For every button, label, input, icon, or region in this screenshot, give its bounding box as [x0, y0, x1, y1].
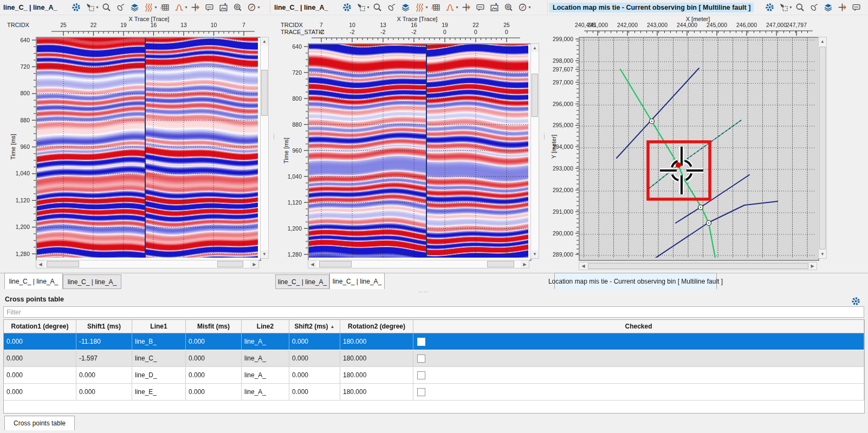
column-header-5[interactable]: Line2 [242, 320, 289, 333]
scroll-arrow-icon[interactable]: ▶ [250, 260, 258, 268]
pointer-position-icon[interactable] [191, 3, 200, 12]
scroll-arrow-icon[interactable]: ▼ [819, 250, 826, 258]
dropdown-arrow-icon[interactable]: ▾ [528, 5, 530, 10]
location-map-panel[interactable] [579, 37, 819, 261]
compass-icon[interactable] [518, 3, 527, 12]
histogram-icon[interactable] [445, 3, 455, 12]
export-image-icon[interactable] [219, 3, 228, 12]
layers-icon[interactable] [130, 3, 139, 12]
annotation-icon[interactable] [205, 3, 214, 12]
column-header-4[interactable]: Misfit (ms) [186, 320, 242, 333]
table-row-3[interactable]: 0.0000.000line_D_0.000line_A_0.000180.00… [4, 367, 864, 384]
cross-point-marker[interactable] [707, 221, 711, 226]
layers-icon[interactable] [824, 3, 833, 12]
column-header-1[interactable]: Rotation1 (degree) [4, 320, 76, 333]
column-header-6[interactable]: Shift2 (ms)▲ [289, 320, 340, 333]
tab-left-2[interactable]: line_C_ | line_A_ [63, 274, 121, 289]
tab-cross-points-table[interactable]: Cross points table [4, 416, 75, 430]
settings-gear-icon[interactable] [765, 3, 774, 12]
select-mode-icon[interactable] [779, 3, 788, 12]
magnify-options-icon[interactable] [504, 3, 513, 12]
scroll-thumb[interactable] [217, 261, 243, 267]
dropdown-arrow-icon[interactable]: ▾ [185, 5, 187, 10]
seismic-section-panel-1[interactable] [36, 37, 261, 261]
dropdown-arrow-icon[interactable]: ▾ [456, 5, 458, 10]
cross-point-marker[interactable] [698, 205, 703, 210]
zoom-icon[interactable] [795, 3, 805, 12]
dropdown-arrow-icon[interactable]: ▾ [425, 5, 427, 10]
scroll-arrow-icon[interactable]: ▲ [819, 37, 826, 45]
scroll-arrow-icon[interactable]: ▲ [261, 37, 268, 45]
export-image-icon[interactable] [490, 3, 499, 12]
scroll-thumb[interactable] [47, 261, 79, 267]
scroll-arrow-icon[interactable]: ◀ [579, 263, 587, 270]
dropdown-arrow-icon[interactable]: ▾ [789, 5, 792, 10]
mouse-control-icon[interactable] [809, 3, 819, 12]
splitter-handle[interactable]: ⋯⋯ [418, 291, 429, 293]
layers-icon[interactable] [401, 3, 410, 12]
annotation-icon[interactable] [476, 3, 485, 12]
observed-line-green[interactable] [620, 69, 715, 258]
scroll-thumb[interactable] [487, 261, 514, 267]
scroll-thumb[interactable] [588, 263, 808, 269]
magnify-options-icon[interactable] [233, 3, 242, 12]
checkbox[interactable] [417, 388, 425, 396]
fault-line-navy-upper[interactable] [617, 68, 699, 158]
scroll-arrow-icon[interactable]: ▼ [261, 250, 268, 258]
mouse-control-icon[interactable] [387, 3, 396, 12]
scroll-thumb[interactable] [819, 47, 826, 250]
table-row-2[interactable]: 0.000-1.597line_C_0.000line_A_0.000180.0… [4, 350, 864, 367]
more-icon[interactable]: » [866, 3, 868, 12]
dropdown-arrow-icon[interactable]: ▾ [154, 5, 157, 10]
settings-gear-icon[interactable] [851, 296, 861, 306]
tab-right-1[interactable]: Location map mis tie - Current observing… [554, 273, 717, 289]
scroll-arrow-icon[interactable]: ▲ [531, 44, 539, 52]
settings-gear-icon[interactable] [72, 3, 81, 12]
pointer-position-icon[interactable] [838, 3, 847, 12]
mouse-control-icon[interactable] [116, 3, 125, 12]
compass-icon[interactable] [247, 3, 256, 12]
settings-gear-icon[interactable] [342, 3, 352, 12]
scroll-arrow-icon[interactable]: ◀ [36, 260, 44, 268]
tab-middle-2[interactable]: line_C_ | line_A_ [329, 273, 385, 289]
scroll-thumb[interactable] [319, 261, 352, 267]
wiggle-display-icon[interactable] [415, 3, 424, 12]
tab-middle-1[interactable]: line_C_ | line_A_ [275, 274, 329, 289]
column-header-3[interactable]: Line1 [132, 320, 186, 333]
histogram-icon[interactable] [174, 3, 184, 12]
fault-line-teal[interactable] [649, 120, 741, 188]
seismic-image-1[interactable] [37, 38, 258, 258]
column-header-2[interactable]: Shift1 (ms) [76, 320, 132, 333]
zoom-icon[interactable] [102, 3, 111, 12]
filter-input[interactable] [3, 306, 864, 318]
column-header-7[interactable]: Rotation2 (degree) [340, 320, 413, 333]
splitter-handle[interactable]: ⋮⋮ [271, 134, 277, 139]
seismic-section-panel-2[interactable] [308, 43, 532, 261]
annotation-icon[interactable] [852, 3, 861, 12]
scroll-arrow-icon[interactable]: ▼ [531, 250, 539, 258]
dropdown-arrow-icon[interactable]: ▾ [96, 5, 98, 10]
pointer-position-icon[interactable] [462, 3, 471, 12]
scroll-arrow-icon[interactable]: ▶ [808, 263, 817, 270]
scroll-thumb[interactable] [532, 74, 538, 117]
seismic-image-2[interactable] [309, 44, 528, 258]
column-header-8[interactable]: Checked [413, 320, 864, 333]
table-row-4[interactable]: 0.0000.000line_E_0.000line_A_0.000180.00… [4, 384, 864, 401]
dropdown-arrow-icon[interactable]: ▾ [257, 5, 260, 10]
tab-left-1[interactable]: line_C_ | line_A_ [4, 273, 63, 289]
checkbox[interactable] [417, 355, 425, 363]
splitter-handle[interactable]: ⋮⋮ [542, 134, 547, 139]
select-mode-icon[interactable] [86, 3, 95, 12]
cross-point-marker[interactable] [650, 119, 655, 124]
spreadsheet-icon[interactable] [160, 3, 170, 12]
location-map[interactable] [580, 38, 816, 258]
table-row-1[interactable]: 0.000-11.180line_B_0.000line_A_0.000180.… [4, 333, 864, 350]
wiggle-display-icon[interactable] [144, 3, 153, 12]
select-mode-icon[interactable] [357, 3, 366, 12]
scroll-arrow-icon[interactable]: ◀ [308, 260, 316, 268]
zoom-icon[interactable] [373, 3, 382, 12]
scroll-arrow-icon[interactable]: ▶ [521, 260, 529, 268]
checkbox[interactable] [417, 371, 425, 379]
spreadsheet-icon[interactable] [431, 3, 441, 12]
dropdown-arrow-icon[interactable]: ▾ [367, 5, 369, 10]
